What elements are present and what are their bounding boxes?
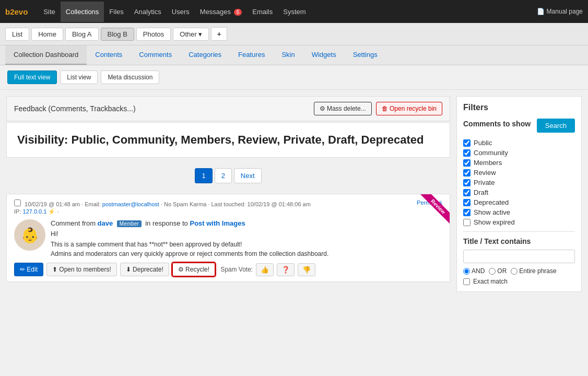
sidebar-title: Filters xyxy=(463,103,575,112)
comment-body-line1: This is a sample comment that has **not*… xyxy=(51,241,442,248)
exact-match-row[interactable]: Exact match xyxy=(463,278,575,285)
thumbs-down-button[interactable]: 👎 xyxy=(298,263,315,276)
filter-search-row: Comments to show Search xyxy=(463,119,575,133)
comment-select-checkbox[interactable] xyxy=(14,199,21,206)
nav-emails[interactable]: Emails xyxy=(247,2,278,22)
filter-public[interactable]: Public xyxy=(463,139,575,147)
open-to-members-button[interactable]: ⬆ Open to members! xyxy=(46,263,117,276)
tab-collection-dashboard[interactable]: Collection Dashboard xyxy=(5,45,87,65)
view-btn-full-text[interactable]: Full text view xyxy=(7,70,57,84)
checkbox-group: Public Community Members Review Private xyxy=(463,139,575,226)
checkbox-show-expired[interactable] xyxy=(463,219,471,226)
recycle-button[interactable]: ⚙ Recycle! xyxy=(172,263,215,276)
nav-files[interactable]: Files xyxy=(104,2,128,22)
checkbox-private[interactable] xyxy=(463,179,471,186)
radio-row: AND OR Entire phrase xyxy=(463,267,575,275)
filter-members[interactable]: Members xyxy=(463,159,575,167)
filter-show-expired[interactable]: Show expired xyxy=(463,218,575,226)
checkbox-members[interactable] xyxy=(463,159,471,167)
filter-text-title: Title / Text contains xyxy=(463,237,575,245)
avatar: 👶 xyxy=(14,219,45,251)
deprecate-button[interactable]: ⬇ Deprecate! xyxy=(120,263,169,276)
feedback-title: Feedback (Comments, Trackbacks...) xyxy=(14,104,136,113)
page-btn-2[interactable]: 2 xyxy=(215,168,232,183)
open-recycle-bin-button[interactable]: 🗑 Open recycle bin xyxy=(376,102,442,115)
tab-widgets[interactable]: Widgets xyxy=(303,45,345,65)
comment-ip-link[interactable]: 127.0.0.1 xyxy=(23,208,47,215)
nav-analytics[interactable]: Analytics xyxy=(129,2,167,22)
tab-comments[interactable]: Comments xyxy=(131,45,180,65)
brand-logo: b2evo xyxy=(5,7,28,16)
filter-community[interactable]: Community xyxy=(463,149,575,157)
response-link[interactable]: Post with Images xyxy=(190,219,245,227)
content-area: Feedback (Comments, Trackbacks...) ⚙ Mas… xyxy=(6,96,450,292)
comment-text: Comment from dave Member in response to … xyxy=(51,219,442,257)
filter-text-input[interactable] xyxy=(463,250,575,263)
nav-site[interactable]: Site xyxy=(38,2,60,22)
comment-date: 10/02/19 @ 01:48 am · Email: postmaster@… xyxy=(14,199,311,207)
radio-or-input[interactable] xyxy=(489,268,496,275)
page-btn-1[interactable]: 1 xyxy=(195,168,212,183)
sidebar-panel: Filters Comments to show Search Public C… xyxy=(456,96,582,292)
blog-tab-home[interactable]: Home xyxy=(31,28,63,41)
mass-delete-button[interactable]: ⚙ Mass delete... xyxy=(314,102,372,115)
blog-tab-other[interactable]: Other ▾ xyxy=(173,28,209,41)
member-badge: Member xyxy=(117,220,142,227)
blog-tab-add[interactable]: + xyxy=(211,27,227,41)
spam-vote-label: Spam Vote: xyxy=(220,266,253,273)
nav-system[interactable]: System xyxy=(278,2,311,22)
edit-button[interactable]: ✏ Edit xyxy=(14,263,43,276)
tab-categories[interactable]: Categories xyxy=(180,45,230,65)
view-btn-list[interactable]: List view xyxy=(60,70,98,84)
tab-settings[interactable]: Settings xyxy=(345,45,386,65)
messages-badge: 6 xyxy=(234,9,242,16)
view-modes: Full text view List view Meta discussion xyxy=(0,65,588,90)
filter-private[interactable]: Private xyxy=(463,179,575,186)
manual-link[interactable]: 📄 Manual page xyxy=(537,8,583,15)
radio-entire-phrase[interactable]: Entire phrase xyxy=(511,267,556,275)
exact-match-checkbox[interactable] xyxy=(463,278,470,285)
checkbox-review[interactable] xyxy=(463,169,471,177)
comment-actions: ✏ Edit ⬆ Open to members! ⬇ Deprecate! ⚙… xyxy=(14,263,442,276)
filter-review[interactable]: Review xyxy=(463,169,575,177)
blog-tab-list[interactable]: List xyxy=(5,28,29,41)
filter-draft[interactable]: Draft xyxy=(463,189,575,196)
blog-tab-blogb[interactable]: Blog B xyxy=(101,28,134,41)
question-button[interactable]: ❓ xyxy=(277,263,295,276)
filter-deprecated[interactable]: Deprecated xyxy=(463,198,575,206)
checkbox-show-active[interactable] xyxy=(463,209,471,216)
checkbox-public[interactable] xyxy=(463,139,471,147)
radio-and-input[interactable] xyxy=(463,268,470,275)
comments-to-show-label: Comments to show xyxy=(463,120,531,128)
main-layout: Feedback (Comments, Trackbacks...) ⚙ Mas… xyxy=(0,90,588,298)
feedback-header: Feedback (Comments, Trackbacks...) ⚙ Mas… xyxy=(6,96,450,121)
thumbs-up-button[interactable]: 👍 xyxy=(256,263,274,276)
checkbox-deprecated[interactable] xyxy=(463,199,471,206)
checkbox-draft[interactable] xyxy=(463,189,471,196)
next-page-button[interactable]: Next xyxy=(234,168,262,183)
view-btn-meta[interactable]: Meta discussion xyxy=(101,70,159,84)
comment-email-link[interactable]: postmaster@localhost xyxy=(102,201,159,207)
radio-entire-phrase-input[interactable] xyxy=(511,268,518,275)
tab-features[interactable]: Features xyxy=(230,45,273,65)
nav-collections[interactable]: Collections xyxy=(61,2,104,22)
checkbox-community[interactable] xyxy=(463,149,471,157)
radio-or[interactable]: OR xyxy=(489,267,507,275)
search-button[interactable]: Search xyxy=(537,119,575,133)
filter-show-active[interactable]: Show active xyxy=(463,208,575,216)
nav-messages[interactable]: Messages 6 xyxy=(195,2,247,22)
visibility-heading: Visibility: Public, Community, Members, … xyxy=(17,133,439,147)
blog-tab-photos[interactable]: Photos xyxy=(136,28,171,41)
radio-and[interactable]: AND xyxy=(463,267,485,275)
tab-skin[interactable]: Skin xyxy=(273,45,303,65)
feedback-actions: ⚙ Mass delete... 🗑 Open recycle bin xyxy=(314,102,442,115)
visibility-box: Visibility: Public, Community, Members, … xyxy=(6,122,450,158)
tab-contents[interactable]: Contents xyxy=(87,45,131,65)
comment-ip: IP: 127.0.0.1 ⚡ · xyxy=(14,208,311,215)
section-tabs: Collection Dashboard Contents Comments C… xyxy=(0,45,588,65)
nav-users[interactable]: Users xyxy=(167,2,195,22)
comment-body-line2: Admins and moderators can very quickly a… xyxy=(51,250,442,257)
comment-author-link[interactable]: dave xyxy=(98,219,113,227)
blog-tab-bloga[interactable]: Blog A xyxy=(65,28,99,41)
comment-permalink[interactable]: Permalink xyxy=(417,199,442,206)
